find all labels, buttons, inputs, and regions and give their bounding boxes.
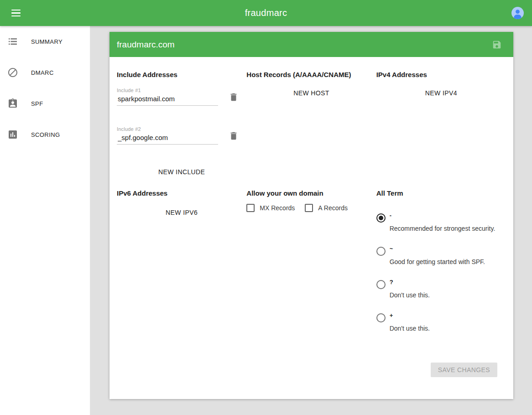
option-description: Recommended for strongest security. xyxy=(390,225,495,232)
section-title-ipv6: IPv6 Addresses xyxy=(117,189,246,197)
hamburger-menu-button[interactable] xyxy=(5,2,27,24)
app-bar: fraudmarc xyxy=(0,0,532,26)
new-host-button[interactable]: NEW HOST xyxy=(287,85,336,101)
ipv6-addresses-section: IPv6 Addresses NEW IPV6 xyxy=(117,176,246,332)
option-symbol: ? xyxy=(390,279,430,285)
block-icon xyxy=(7,67,18,78)
new-ipv4-button[interactable]: NEW IPV4 xyxy=(419,85,464,101)
option-description: Don't use this. xyxy=(390,325,430,332)
allow-own-domain-section: Allow your own domain MX Records A Recor… xyxy=(246,176,376,332)
all-term-option-question[interactable]: ? Don't use this. xyxy=(376,279,506,299)
sidebar-item-dmarc[interactable]: DMARC xyxy=(0,57,90,88)
checkbox-icon xyxy=(246,204,255,212)
all-term-option-dash[interactable]: - Recommended for strongest security. xyxy=(376,213,506,232)
include-2-label: Include #2 xyxy=(117,126,218,132)
user-avatar-button[interactable] xyxy=(508,4,527,22)
include-1-label: Include #1 xyxy=(117,88,218,93)
radio-icon xyxy=(376,213,386,223)
sidebar-item-scoring[interactable]: SCORING xyxy=(0,119,90,150)
option-description: Don't use this. xyxy=(390,291,430,299)
delete-include-2-button[interactable] xyxy=(228,131,239,142)
main-content: fraudmarc.com Include Addresses Include … xyxy=(90,26,532,415)
section-title-all-term: All Term xyxy=(376,189,506,197)
radio-icon xyxy=(376,280,386,289)
section-title-host-records: Host Records (A/AAAA/CNAME) xyxy=(246,71,376,78)
option-description: Good for getting started with SPF. xyxy=(390,258,485,265)
section-title-include: Include Addresses xyxy=(117,71,246,78)
delete-include-1-button[interactable] xyxy=(228,92,239,103)
ipv4-addresses-section: IPv4 Addresses NEW IPV4 xyxy=(376,57,506,176)
sidebar-item-spf[interactable]: SPF xyxy=(0,88,90,119)
save-icon-button[interactable] xyxy=(488,36,506,54)
sidebar: SUMMARY DMARC SPF SCORING xyxy=(0,26,90,415)
a-records-checkbox[interactable]: A Records xyxy=(305,204,348,212)
host-records-section: Host Records (A/AAAA/CNAME) NEW HOST xyxy=(246,57,376,176)
radio-icon xyxy=(376,247,386,256)
trash-icon xyxy=(229,92,239,102)
user-avatar-icon xyxy=(511,7,524,19)
all-term-option-tilde[interactable]: ~ Good for getting started with SPF. xyxy=(376,246,506,265)
domain-card-body: Include Addresses Include #1 xyxy=(110,57,513,399)
sidebar-item-label: SUMMARY xyxy=(31,38,63,45)
domain-card: fraudmarc.com Include Addresses Include … xyxy=(110,32,513,399)
mx-records-label: MX Records xyxy=(260,204,295,212)
mx-records-checkbox[interactable]: MX Records xyxy=(246,204,295,212)
badge-person-icon xyxy=(7,98,18,109)
sidebar-item-label: SPF xyxy=(31,100,43,107)
domain-card-header: fraudmarc.com xyxy=(110,32,513,57)
sidebar-item-summary[interactable]: SUMMARY xyxy=(0,26,90,57)
new-ipv6-button[interactable]: NEW IPV6 xyxy=(159,204,204,221)
a-records-label: A Records xyxy=(318,204,348,212)
radio-icon xyxy=(376,313,386,322)
include-1-input[interactable] xyxy=(117,93,218,106)
sidebar-item-label: DMARC xyxy=(31,69,54,76)
all-term-option-plus[interactable]: + Don't use this. xyxy=(376,312,506,332)
app-title: fraudmarc xyxy=(0,8,532,18)
option-symbol: ~ xyxy=(390,246,485,252)
section-title-ipv4: IPv4 Addresses xyxy=(376,71,506,78)
list-icon xyxy=(7,36,18,47)
include-field-row: Include #2 xyxy=(117,126,246,145)
bar-chart-icon xyxy=(7,129,18,140)
sidebar-item-label: SCORING xyxy=(31,131,60,138)
domain-title: fraudmarc.com xyxy=(110,40,175,50)
floppy-save-icon xyxy=(492,40,502,50)
option-symbol: + xyxy=(390,312,430,319)
option-symbol: - xyxy=(390,213,495,219)
include-field-row: Include #1 xyxy=(117,88,246,106)
all-term-section: All Term - Recommended for strongest sec… xyxy=(376,176,506,332)
include-2-input[interactable] xyxy=(117,132,218,145)
section-title-own-domain: Allow your own domain xyxy=(246,189,376,197)
trash-icon xyxy=(229,131,239,141)
include-addresses-section: Include Addresses Include #1 xyxy=(117,57,246,176)
save-changes-button[interactable]: SAVE CHANGES xyxy=(431,363,497,377)
checkbox-icon xyxy=(305,204,313,212)
hamburger-menu-icon xyxy=(11,10,21,11)
